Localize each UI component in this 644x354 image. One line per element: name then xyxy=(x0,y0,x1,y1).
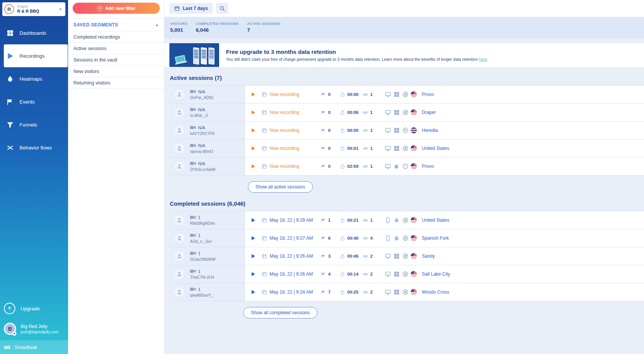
mobile-icon xyxy=(385,235,391,241)
session-duration: 00:00 xyxy=(347,128,358,133)
play-recording-icon[interactable] xyxy=(250,289,257,295)
country-flag-icon xyxy=(411,127,417,133)
session-duration: 00:40 xyxy=(347,236,358,240)
visitor-cell[interactable]: N/A vpovq-d8mO xyxy=(169,140,245,157)
add-new-filter-button[interactable]: Add new filter xyxy=(73,3,160,14)
smartlook-brand[interactable]: ∞ Smartlook xyxy=(0,340,68,354)
calendar-icon xyxy=(262,128,267,133)
session-time: May 18, 22 | 9:26 AM xyxy=(270,253,313,259)
sidebar-item-funnels[interactable]: Funnels xyxy=(0,113,68,136)
flag-count-icon xyxy=(321,146,326,151)
session-row[interactable]: N/A DoPar_ADfG Now recording 0 00:00 xyxy=(169,86,644,104)
play-recording-icon[interactable] xyxy=(250,235,257,241)
visitor-cell[interactable]: 1 ThaCTN-2O4 xyxy=(169,265,245,283)
date-range-button[interactable]: Last 7 days xyxy=(169,3,213,14)
play-recording-icon[interactable] xyxy=(250,253,257,259)
search-button[interactable] xyxy=(216,3,228,14)
session-row[interactable]: 1 ThaCTN-2O4 May 18, 22 | 9:26 AM 4 00:1… xyxy=(169,265,644,283)
session-details: May 18, 22 | 9:26 AM 4 00:14 2 xyxy=(245,265,644,283)
project-selector[interactable]: R Project R & R BBQ ▼ xyxy=(2,2,65,16)
visit-count: 1 xyxy=(198,269,200,274)
session-row[interactable]: 1 R9d3RgNDIm May 18, 22 | 9:29 AM 1 00:2… xyxy=(169,211,644,229)
show-all-active-sessions-button[interactable]: Show all active sessions xyxy=(248,181,313,193)
visitor-cell[interactable]: N/A kdVYZR27FK xyxy=(169,122,245,139)
stopwatch-icon xyxy=(340,92,345,97)
camera-icon xyxy=(190,287,196,291)
sidebar-item-behavior-flows[interactable]: Behavior flows xyxy=(0,136,68,159)
sidebar-item-recordings[interactable]: Recordings xyxy=(4,44,68,67)
country-flag-icon xyxy=(411,91,417,97)
visitor-cell[interactable]: N/A DoPar_ADfG xyxy=(169,86,245,103)
upgrade-button[interactable]: Upgrade xyxy=(0,298,68,319)
play-recording-icon[interactable] xyxy=(250,164,257,169)
up-arrow-icon xyxy=(4,303,15,314)
collapse-arrow-icon[interactable]: ▲ xyxy=(155,23,159,27)
camera-icon xyxy=(190,89,196,94)
visitor-cell[interactable]: N/A DYb3Loc5wW xyxy=(169,158,245,175)
banner-here-link[interactable]: here xyxy=(479,57,487,62)
play-recording-icon[interactable] xyxy=(250,146,257,151)
user-avatar: B xyxy=(4,323,16,335)
play-recording-icon[interactable] xyxy=(250,218,257,223)
session-row[interactable]: N/A vpovq-d8mO Now recording 0 00:01 xyxy=(169,140,644,158)
mobile-icon xyxy=(385,217,391,223)
play-recording-icon[interactable] xyxy=(250,92,257,97)
sidebar-item-dashboards[interactable]: Dashboards xyxy=(0,21,68,44)
link-count-icon xyxy=(363,110,368,115)
play-recording-icon[interactable] xyxy=(250,110,257,115)
visitor-cell[interactable]: 1 R9d3RgNDIm xyxy=(169,211,245,229)
link-count: 2 xyxy=(370,272,372,276)
segment-new-visitors[interactable]: New visitors xyxy=(68,66,164,77)
link-count: 4 xyxy=(370,236,372,240)
play-recording-icon[interactable] xyxy=(250,271,257,277)
brand-name: Smartlook xyxy=(15,344,37,350)
visitor-avatar-icon xyxy=(174,232,185,244)
session-row[interactable]: 1 qIwAB5aoY_ May 18, 22 | 9:24 AM 7 00:2… xyxy=(169,283,644,301)
play-recording-icon[interactable] xyxy=(250,128,257,133)
flag-count-icon xyxy=(321,110,326,115)
user-menu[interactable]: B Big Red Jelly josh@bigredjelly.com xyxy=(0,319,68,340)
visitor-cell[interactable]: N/A Iz-tRdr_-2 xyxy=(169,104,245,121)
session-row[interactable]: N/A Iz-tRdr_-2 Now recording 0 00:06 xyxy=(169,104,644,122)
dashboards-grid-icon xyxy=(7,29,14,37)
behavior-flows-icon xyxy=(7,144,14,151)
camera-icon xyxy=(190,215,196,219)
flag-count: 7 xyxy=(328,290,330,294)
session-row[interactable]: N/A kdVYZR27FK Now recording 0 00:00 xyxy=(169,122,644,140)
saved-segments-header[interactable]: SAVED SEGMENTS ▲ xyxy=(68,18,164,31)
sidebar-item-events[interactable]: Events xyxy=(0,90,68,113)
flag-count-icon xyxy=(321,290,326,295)
segment-completed-recordings[interactable]: Completed recordings xyxy=(68,31,164,43)
android-os-icon xyxy=(394,235,400,241)
visit-count: N/A xyxy=(198,143,205,148)
session-details: May 18, 22 | 9:27 AM 6 00:40 4 xyxy=(245,229,644,247)
session-details: May 18, 22 | 9:29 AM 1 00:21 1 xyxy=(245,211,644,229)
visitor-cell[interactable]: 1 GUav2i6bWW xyxy=(169,247,245,265)
desktop-icon xyxy=(385,253,391,259)
visit-count: 1 xyxy=(198,233,200,238)
sidebar-nav: Dashboards Recordings Heatmaps Events Fu… xyxy=(0,21,68,159)
android-os-icon xyxy=(394,217,400,223)
smartlook-logo-icon: ∞ xyxy=(4,343,10,351)
visit-count: 1 xyxy=(198,251,200,256)
show-all-completed-sessions-button[interactable]: Show all completed sessions xyxy=(243,307,317,318)
session-row[interactable]: 1 ASd_z-_Sur May 18, 22 | 9:27 AM 6 00:4… xyxy=(169,229,644,247)
search-icon xyxy=(220,6,225,11)
segment-active-sessions[interactable]: Active sessions xyxy=(68,43,164,54)
stopwatch-icon xyxy=(340,236,345,241)
project-avatar: R xyxy=(4,4,14,14)
session-row[interactable]: N/A DYb3Loc5wW Now recording 0 02:59 xyxy=(169,158,644,175)
link-count-icon xyxy=(363,272,368,277)
segment-sessions-in-vault[interactable]: Sessions in the vault xyxy=(68,54,164,66)
session-row[interactable]: 1 GUav2i6bWW May 18, 22 | 9:26 AM 3 00:4… xyxy=(169,247,644,265)
visitor-cell[interactable]: 1 ASd_z-_Sur xyxy=(169,229,245,247)
flag-count-icon xyxy=(321,272,326,277)
sidebar-item-heatmaps[interactable]: Heatmaps xyxy=(0,67,68,90)
segment-returning-visitors[interactable]: Returning visitors xyxy=(68,77,164,89)
stopwatch-icon xyxy=(340,272,345,277)
stat-visitors: VISITORS 5,001 xyxy=(170,21,187,34)
session-details: Now recording 0 00:00 1 xyxy=(245,122,644,139)
visitor-cell[interactable]: 1 qIwAB5aoY_ xyxy=(169,283,245,301)
flag-count: 0 xyxy=(328,164,330,169)
flag-count-icon xyxy=(321,164,326,169)
